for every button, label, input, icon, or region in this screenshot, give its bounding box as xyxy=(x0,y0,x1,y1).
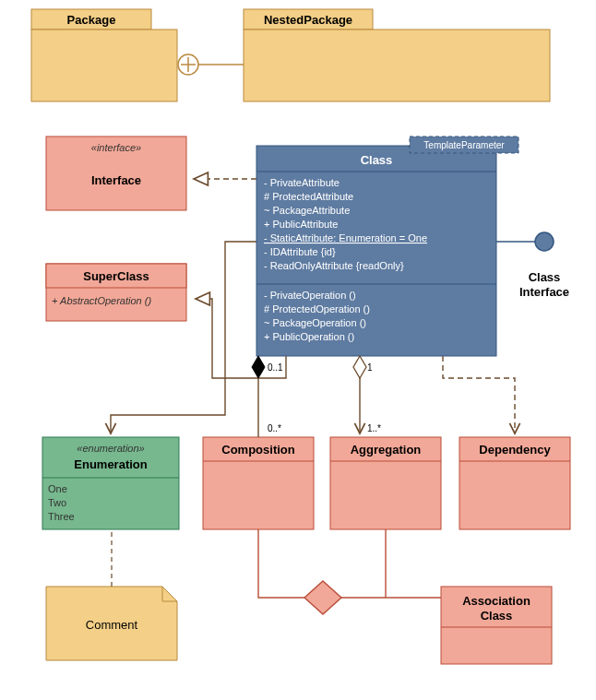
op-private: - PrivateOperation () xyxy=(264,290,356,301)
aggregation-title: Aggregation xyxy=(351,443,422,457)
class-title: Class xyxy=(361,153,393,167)
nested-package-node: NestedPackage xyxy=(244,9,550,101)
composition-node: Composition xyxy=(203,437,314,529)
dependency-edge xyxy=(443,356,515,433)
mult-1: 1 xyxy=(367,362,373,373)
attr-static: - StaticAttribute: Enumeration = One xyxy=(264,232,427,243)
superclass-node: SuperClass + AbstractOperation () xyxy=(46,264,186,321)
attr-package: ~ PackageAttribute xyxy=(264,205,350,216)
mult-0-star: 0..* xyxy=(268,423,281,433)
op-public: + PublicOperation () xyxy=(264,331,354,342)
op-package: ~ PackageOperation () xyxy=(264,317,366,328)
lollipop-label-1: Class xyxy=(529,270,561,284)
op-protected: # ProtectedOperation () xyxy=(264,303,370,314)
svg-point-16 xyxy=(535,232,554,251)
svg-rect-3 xyxy=(244,30,550,101)
template-parameter: TemplateParameter xyxy=(423,140,505,150)
attr-readonly: - ReadOnlyAttribute {readOnly} xyxy=(264,260,404,271)
containment-connector xyxy=(178,54,244,75)
mult-0-1: 0..1 xyxy=(268,362,283,373)
aggregation-edge: 1 1..* xyxy=(353,356,381,433)
lollipop-label-2: Interface xyxy=(519,285,569,299)
class-node: Class TemplateParameter - PrivateAttribu… xyxy=(256,136,519,356)
attr-public: + PublicAttribute xyxy=(264,219,338,230)
enumeration-title: Enumeration xyxy=(74,457,148,471)
dependency-node: Dependency xyxy=(459,437,570,529)
association-class-title1: Association xyxy=(462,594,530,608)
attr-id: - IDAttribute {id} xyxy=(264,246,336,257)
association-class-title2: Class xyxy=(481,609,513,623)
composition-title: Composition xyxy=(221,443,294,457)
enumeration-node: «enumeration» Enumeration One Two Three xyxy=(42,437,179,529)
association-class-node: Association Class xyxy=(441,587,552,664)
interface-title: Interface xyxy=(91,173,141,187)
comment-node: Comment xyxy=(46,587,177,660)
lollipop-interface: Class Interface xyxy=(496,232,569,299)
superclass-operation: + AbstractOperation () xyxy=(52,295,151,306)
enum-v3: Three xyxy=(48,511,75,522)
interface-node: «interface» Interface xyxy=(46,136,186,210)
enum-v1: One xyxy=(48,483,67,494)
svg-rect-1 xyxy=(31,30,177,101)
comment-text: Comment xyxy=(86,618,138,632)
nested-package-title: NestedPackage xyxy=(264,13,352,27)
package-node: Package xyxy=(31,9,177,101)
composition-edge: 0..1 0..* xyxy=(252,356,283,437)
aggregation-node: Aggregation xyxy=(330,437,441,529)
attr-private: - PrivateAttribute xyxy=(264,177,340,188)
interface-stereotype: «interface» xyxy=(91,142,141,153)
uml-diagram: Package NestedPackage «interface» Interf… xyxy=(0,0,596,700)
dependency-title: Dependency xyxy=(479,443,551,457)
enumeration-stereotype: «enumeration» xyxy=(77,443,144,454)
superclass-title: SuperClass xyxy=(83,269,149,283)
package-title: Package xyxy=(67,13,116,27)
attr-protected: # ProtectedAttribute xyxy=(264,191,353,202)
enum-v2: Two xyxy=(48,497,66,508)
mult-1-star: 1..* xyxy=(367,423,381,433)
